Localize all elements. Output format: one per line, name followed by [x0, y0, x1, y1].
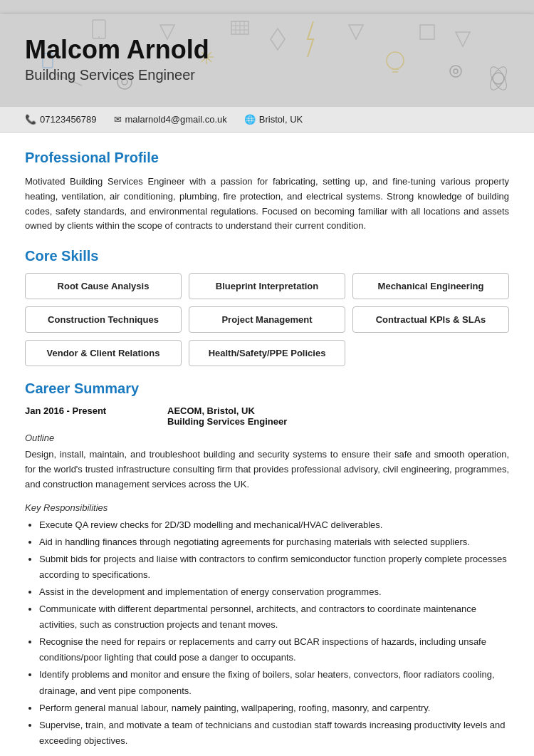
job-header: Jan 2016 - Present AECOM, Bristol, UK Bu…	[25, 405, 509, 427]
list-item: Assist in the development and implementa…	[39, 584, 509, 600]
skill-item: Vendor & Client Relations	[25, 340, 182, 366]
professional-profile-title: Professional Profile	[25, 150, 509, 166]
candidate-title: Building Services Engineer	[25, 67, 509, 83]
skill-item: Contractual KPIs & SLAs	[352, 306, 509, 333]
location-text: Bristol, UK	[259, 114, 303, 125]
professional-profile-section: Professional Profile Motivated Building …	[25, 150, 509, 234]
email-icon: ✉	[114, 114, 122, 125]
phone-number: 07123456789	[40, 114, 97, 125]
skill-item: Health/Safety/PPE Policies	[189, 340, 345, 366]
skills-grid: Root Cause Analysis Blueprint Interpreta…	[25, 273, 509, 366]
header-section: Malcom Arnold Building Services Engineer	[0, 14, 534, 107]
phone-contact: 📞 07123456789	[25, 114, 97, 125]
responsibilities-label: Key Responsibilities	[25, 502, 509, 513]
core-skills-section: Core Skills Root Cause Analysis Blueprin…	[25, 248, 509, 366]
list-item: Communicate with different departmental …	[39, 601, 509, 633]
main-content: Professional Profile Motivated Building …	[0, 133, 534, 756]
job-company: AECOM, Bristol, UK	[167, 405, 287, 416]
job-role: Building Services Engineer	[167, 416, 287, 427]
professional-profile-text: Motivated Building Services Engineer wit…	[25, 175, 509, 234]
outline-text: Design, install, maintain, and troublesh…	[25, 447, 509, 492]
candidate-name: Malcom Arnold	[25, 36, 509, 64]
contact-bar: 📞 07123456789 ✉ malarnold4@gmail.co.uk 🌐…	[0, 107, 534, 133]
core-skills-title: Core Skills	[25, 248, 509, 264]
responsibilities-list: Execute QA review checks for 2D/3D model…	[25, 517, 509, 749]
skill-item: Construction Techniques	[25, 306, 182, 333]
resume-page: Malcom Arnold Building Services Engineer…	[0, 14, 534, 756]
skill-item: Blueprint Interpretation	[189, 273, 345, 299]
email-address: malarnold4@gmail.co.uk	[125, 114, 227, 125]
career-summary-title: Career Summary	[25, 380, 509, 397]
list-item: Execute QA review checks for 2D/3D model…	[39, 517, 509, 533]
skill-item: Root Cause Analysis	[25, 273, 182, 299]
email-contact: ✉ malarnold4@gmail.co.uk	[114, 114, 227, 125]
list-item: Submit bids for projects and liaise with…	[39, 552, 509, 583]
list-item: Recognise the need for repairs or replac…	[39, 634, 509, 666]
job-details: AECOM, Bristol, UK Building Services Eng…	[167, 405, 287, 427]
svg-rect-9	[231, 21, 248, 34]
location-contact: 🌐 Bristol, UK	[244, 114, 303, 125]
list-item: Identify problems and monitor and ensure…	[39, 667, 509, 698]
list-item: Aid in handling finances through negotia…	[39, 534, 509, 550]
phone-icon: 📞	[25, 114, 36, 125]
skill-item: Project Management	[189, 306, 345, 333]
career-summary-section: Career Summary Jan 2016 - Present AECOM,…	[25, 380, 509, 749]
location-icon: 🌐	[244, 114, 256, 125]
job-dates: Jan 2016 - Present	[25, 405, 139, 427]
list-item: Perform general manual labour, namely pa…	[39, 700, 509, 716]
outline-label: Outline	[25, 433, 509, 443]
list-item: Supervise, train, and motivate a team of…	[39, 718, 509, 749]
skill-item: Mechanical Engineering	[352, 273, 509, 299]
